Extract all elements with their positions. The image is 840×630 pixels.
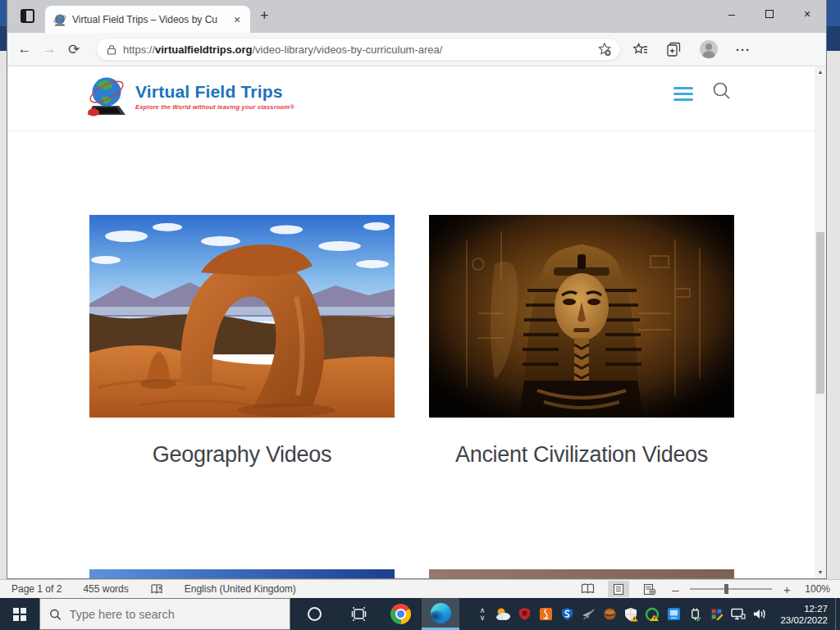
task-view-button[interactable] — [338, 598, 379, 630]
browser-tab[interactable]: Virtual Field Trips – Videos by Cu × — [45, 6, 250, 33]
zoom-out-button[interactable]: – — [670, 582, 680, 596]
page-scrollbar[interactable]: ▲ ▼ — [815, 66, 826, 578]
collections-icon[interactable] — [666, 42, 682, 57]
browser-titlebar: Virtual Field Trips – Videos by Cu × + –… — [7, 0, 826, 33]
clock-date: 23/02/2022 — [769, 614, 828, 626]
smadav-shield-tray-icon[interactable] — [556, 598, 578, 630]
taskbar-search-box[interactable] — [39, 598, 290, 630]
scroll-up-icon[interactable]: ▲ — [815, 66, 826, 78]
settings-menu-icon[interactable]: ··· — [736, 43, 751, 57]
tab-close-icon[interactable]: × — [231, 13, 244, 26]
tab-actions-menu-icon[interactable] — [21, 9, 34, 23]
forward-icon[interactable]: → — [37, 41, 62, 57]
proofing-errors-icon[interactable] — [150, 583, 163, 596]
cortana-icon — [308, 607, 322, 621]
browser-toolbar: ← → ⟳ https://virtualfieldtrips.org/vide… — [7, 33, 826, 66]
word-language[interactable]: English (United Kingdom) — [185, 583, 296, 595]
edge-taskbar-button-active[interactable] — [422, 598, 459, 630]
graphics-app-tray-icon[interactable] — [705, 598, 727, 630]
webpage-content: Virtual Field Trips Explore the World wi… — [7, 66, 826, 578]
profile-avatar[interactable] — [700, 40, 718, 58]
window-maximize-button[interactable] — [751, 0, 788, 28]
zoom-slider-thumb[interactable] — [724, 584, 728, 594]
cortana-button[interactable] — [290, 598, 338, 630]
geography-card-title[interactable]: Geography Videos — [89, 442, 395, 468]
search-icon — [49, 608, 62, 621]
network-monitor-tray-icon[interactable] — [727, 598, 748, 630]
refresh-icon[interactable]: ⟳ — [62, 41, 86, 58]
menu-hamburger-icon[interactable] — [673, 87, 693, 101]
site-title: Virtual Field Trips — [135, 82, 294, 102]
url-scheme: https:// — [123, 43, 155, 56]
windows-logo-icon — [13, 608, 26, 621]
defender-warning-tray-icon[interactable] — [620, 598, 641, 630]
browser-window: Virtual Field Trips – Videos by Cu × + –… — [7, 0, 827, 579]
clock-time: 12:27 — [769, 603, 828, 614]
word-page-status[interactable]: Page 1 of 2 — [11, 583, 62, 595]
blue-app-tray-icon[interactable] — [663, 598, 684, 630]
scroll-down-icon[interactable]: ▼ — [815, 567, 826, 578]
chrome-icon — [390, 604, 411, 624]
network-warning-tray-icon[interactable] — [641, 598, 663, 630]
geography-card-image[interactable] — [89, 215, 395, 418]
chrome-taskbar-button[interactable] — [379, 598, 422, 630]
taskbar: ∧ ∨ — [0, 598, 840, 630]
scrollbar-thumb[interactable] — [816, 232, 824, 394]
read-mode-button[interactable] — [577, 581, 598, 597]
site-favicon-globe-icon — [53, 13, 66, 26]
word-status-bar: Page 1 of 2 455 words English (United Ki… — [0, 579, 840, 598]
add-favorite-star-icon[interactable] — [597, 42, 612, 57]
taskbar-clock[interactable]: 12:27 23/02/2022 — [769, 598, 835, 630]
web-layout-button[interactable] — [639, 581, 660, 597]
usb-eject-tray-icon[interactable] — [684, 598, 705, 630]
tab-title: Virtual Field Trips – Videos by Cu — [72, 14, 225, 25]
show-hidden-icons-button[interactable]: ∧ ∨ — [472, 598, 492, 630]
maximize-icon — [765, 10, 774, 18]
zoom-level[interactable]: 100% — [805, 583, 830, 595]
volume-tray-icon[interactable] — [748, 598, 769, 630]
back-icon[interactable]: ← — [12, 41, 37, 57]
screen: Virtual Field Trips – Videos by Cu × + –… — [0, 0, 840, 630]
url-text: https://virtualfieldtrips.org/video-libr… — [123, 43, 442, 56]
url-path: /video-library/videos-by-curriculum-area… — [253, 43, 443, 56]
chevron-down-icon: ∨ — [480, 614, 486, 622]
sphere-app-tray-icon[interactable] — [599, 598, 620, 630]
site-search-icon[interactable] — [711, 80, 733, 102]
show-desktop-button[interactable] — [835, 598, 840, 630]
window-close-button[interactable]: × — [788, 0, 826, 28]
next-row-card-image-brown[interactable] — [429, 569, 734, 578]
site-header: Virtual Field Trips Explore the World wi… — [7, 66, 815, 131]
zoom-in-button[interactable]: + — [782, 582, 792, 596]
address-bar[interactable]: https://virtualfieldtrips.org/video-libr… — [96, 38, 621, 61]
favorites-icon[interactable] — [632, 42, 648, 57]
start-button[interactable] — [0, 598, 39, 630]
edge-icon — [431, 603, 451, 623]
site-logo[interactable]: Virtual Field Trips Explore the World wi… — [86, 75, 294, 117]
new-tab-button[interactable]: + — [260, 7, 269, 25]
java-tray-icon[interactable] — [535, 598, 556, 630]
next-row-card-image-blue[interactable] — [89, 569, 395, 578]
system-tray: ∧ ∨ — [472, 598, 840, 630]
weather-tray-icon[interactable] — [492, 598, 514, 630]
search-input[interactable] — [70, 608, 281, 621]
lock-icon — [107, 44, 116, 55]
globe-logo-icon — [86, 75, 127, 117]
word-word-count[interactable]: 455 words — [83, 583, 128, 595]
airplane-mode-tray-icon[interactable] — [578, 598, 599, 630]
ancient-civilization-card-title[interactable]: Ancient Civilization Videos — [429, 442, 734, 468]
site-tagline: Explore the World without leaving your c… — [135, 103, 294, 111]
url-domain: virtualfieldtrips.org — [155, 43, 252, 56]
ancient-civilization-card-image[interactable] — [429, 215, 734, 418]
window-minimize-button[interactable]: – — [713, 0, 751, 28]
antivirus-shield-tray-icon[interactable] — [514, 598, 535, 630]
task-view-icon — [351, 607, 367, 621]
zoom-slider[interactable] — [690, 588, 772, 590]
print-layout-button[interactable] — [608, 581, 629, 597]
